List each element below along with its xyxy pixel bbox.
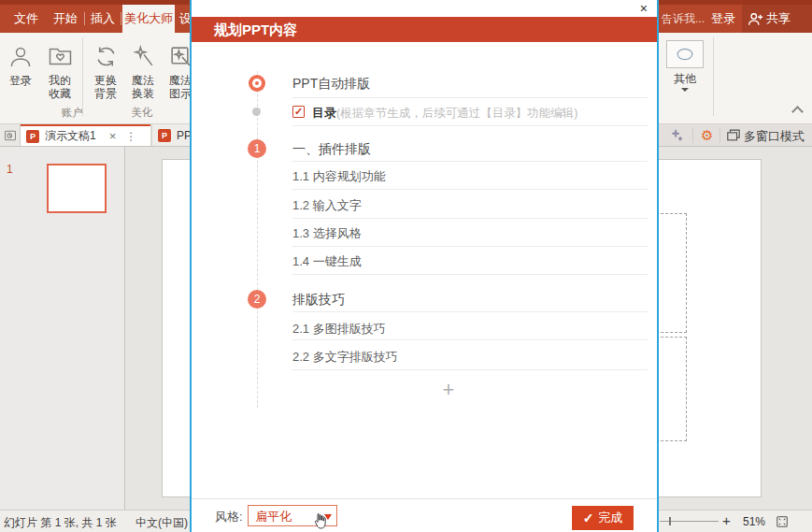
toc-row: 目录(根据章节生成，后续可通过【目录】功能编辑) <box>312 105 577 122</box>
other-shapes-button[interactable]: 其他 <box>660 37 710 118</box>
powerpoint-window: 文件 开始 插入 美化大师 设计 告诉我... 登录 共享 登录 <box>0 0 812 532</box>
toc-label: 目录 <box>312 106 336 120</box>
button-label: 魔法 <box>124 74 162 87</box>
auto-layout-row: PPT自动排版 <box>292 76 370 93</box>
divider <box>292 311 648 312</box>
gear-icon[interactable]: ⚙ <box>701 126 713 145</box>
refresh-arrows-icon <box>87 41 124 71</box>
dropdown-arrow-icon <box>681 88 689 92</box>
check-icon: ✓ <box>583 510 594 525</box>
outline-item[interactable]: 1.3 选择风格 <box>292 225 362 242</box>
group-separator <box>713 37 714 116</box>
slide-number: 1 <box>7 163 13 176</box>
language-status[interactable]: 中文(中国) <box>135 515 188 531</box>
shape-gallery-icon <box>660 39 710 69</box>
outline-item[interactable]: 2.1 多图排版技巧 <box>292 321 386 338</box>
slide-count-status: 幻灯片 第 1 张, 共 1 张 <box>4 515 117 531</box>
toc-checkbox[interactable]: ✓ <box>292 106 305 118</box>
document-tab-label: 演示文稿1 <box>45 128 96 144</box>
divider <box>292 218 648 219</box>
document-tab-active[interactable]: P 演示文稿1 × ⋮ <box>21 124 150 146</box>
button-label: 背景 <box>87 87 124 100</box>
zoom-slider-handle[interactable] <box>669 517 671 525</box>
outline-item[interactable]: 1.2 输入文字 <box>292 197 362 214</box>
change-background-button[interactable]: 更换背景 <box>87 37 124 118</box>
divider <box>292 274 648 275</box>
button-label: 登录 <box>2 74 39 87</box>
toolbar-separator <box>719 128 720 143</box>
ribbon-tab-file[interactable]: 文件 <box>6 5 47 33</box>
magic-wand-icon <box>124 41 162 71</box>
done-label: 完成 <box>598 510 622 526</box>
tell-me-box[interactable]: 告诉我... <box>660 5 706 33</box>
sign-in-button[interactable]: 登录 <box>707 5 739 33</box>
dialog-footer: 风格: 扁平化 ✓ 完成 <box>192 498 657 532</box>
divider <box>292 246 648 247</box>
folder-heart-icon <box>39 41 80 71</box>
group-label-beautify: 美化 <box>127 106 157 120</box>
style-dropdown-value: 扁平化 <box>255 509 292 525</box>
collapse-ribbon-icon[interactable] <box>791 106 804 118</box>
done-button[interactable]: ✓ 完成 <box>572 506 634 530</box>
section-number-badge: 1 <box>248 139 266 158</box>
share-label: 共享 <box>766 5 791 33</box>
document-tab-2[interactable]: P PP <box>151 124 192 146</box>
multi-window-mode-button[interactable]: 多窗口模式 <box>744 128 805 145</box>
user-icon <box>2 41 39 71</box>
outline-item[interactable]: 2.2 多文字排版技巧 <box>292 349 398 366</box>
divider <box>292 125 648 126</box>
section-title[interactable]: 排版技巧 <box>292 292 345 309</box>
step-ring-bullet <box>249 75 265 92</box>
tab-close-icon[interactable]: × <box>109 129 117 143</box>
ribbon-tab-insert[interactable]: 插入 <box>86 5 120 33</box>
divider <box>292 369 648 370</box>
tab-separator <box>84 12 85 25</box>
divider <box>292 97 648 98</box>
dialog-header: 规划PPT内容 <box>192 17 657 42</box>
zoom-in-button[interactable]: + <box>722 512 731 528</box>
slide-thumbnail[interactable] <box>47 164 107 213</box>
dialog-close-icon[interactable]: × <box>640 1 648 16</box>
group-separator <box>82 37 83 116</box>
outline-item[interactable]: 1.1 内容规划功能 <box>292 168 386 185</box>
divider <box>292 189 648 190</box>
button-label: 收藏 <box>39 87 80 100</box>
ribbon-tab-home[interactable]: 开始 <box>49 5 82 33</box>
style-label: 风格: <box>215 509 243 525</box>
button-label: 其他 <box>660 72 710 85</box>
fit-to-window-icon[interactable] <box>776 515 789 528</box>
timeline-dashed-line <box>257 71 258 408</box>
tab-menu-icon[interactable]: ⋮ <box>125 130 136 143</box>
zoom-percentage[interactable]: 51% <box>743 515 765 528</box>
beautify-sparkle-icon[interactable] <box>669 128 684 143</box>
ppt-file-icon: P <box>158 129 171 142</box>
divider <box>292 339 648 340</box>
account-sign-in-button[interactable]: 登录 <box>2 37 39 118</box>
share-button[interactable]: 共享 <box>742 5 812 33</box>
plan-ppt-content-dialog: × 规划PPT内容 PPT自动排版 ✓ 目录(根据章节生成，后续可通过【目录】功… <box>190 0 659 532</box>
person-plus-icon <box>748 11 763 26</box>
button-label: 更换 <box>87 74 124 87</box>
section-number-badge: 2 <box>248 290 266 309</box>
button-label: 换装 <box>124 87 162 100</box>
slide-thumbnail-panel: 1 <box>0 147 124 510</box>
outline-item[interactable]: 1.4 一键生成 <box>292 253 362 270</box>
ribbon-tab-beautify-master[interactable]: 美化大师 <box>122 5 175 33</box>
multi-window-icon <box>726 128 741 142</box>
toc-hint: (根据章节生成，后续可通过【目录】功能编辑) <box>336 107 577 120</box>
ppt-file-icon: P <box>26 130 39 143</box>
tab-separator <box>121 12 121 25</box>
step-dot-bullet <box>252 108 261 116</box>
home-tab-button[interactable] <box>0 124 21 146</box>
section-title[interactable]: 一、插件排版 <box>292 141 371 158</box>
button-label: 我的 <box>39 74 80 87</box>
toolbar-separator <box>692 128 693 143</box>
divider <box>292 161 648 162</box>
mouse-cursor-icon <box>311 512 329 532</box>
dialog-title: 规划PPT内容 <box>214 17 297 42</box>
presentation-doc-icon <box>4 129 17 142</box>
add-item-button[interactable]: + <box>433 378 464 402</box>
